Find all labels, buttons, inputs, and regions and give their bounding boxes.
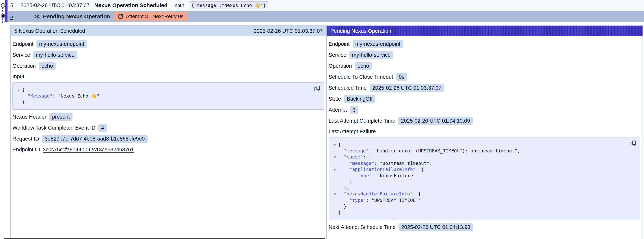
json-key: "applicationFailureInfo"	[350, 167, 416, 172]
json-line: ∨{	[16, 86, 320, 93]
horizontal-scrollbar-thumb[interactable]	[4, 238, 325, 239]
field-value-chip: my-hello-service	[33, 51, 77, 59]
field-service: Service my-hello-service	[12, 51, 324, 59]
field-label: Operation	[12, 63, 36, 69]
field-value-chip: present	[49, 113, 72, 121]
event-id-link[interactable]: 5	[10, 14, 18, 20]
json-line: }	[16, 99, 320, 105]
json-line: }	[332, 203, 636, 209]
json-line: "message": "handler error (UPSTREAM_TIME…	[332, 148, 636, 154]
field-label: Request ID	[12, 136, 39, 142]
field-label: Workflow Task Completed Event ID	[12, 125, 95, 131]
json-key: "nexusHandlerFailureInfo"	[344, 191, 412, 196]
collapse-chevron-icon[interactable]: ∨	[332, 154, 338, 160]
field-service: Service my-hello-service	[328, 51, 640, 59]
field-value-chip: 2025-02-26 UTC 01:04:13.93	[398, 223, 473, 231]
field-value-chip: 2025-02-26 UTC 01:03:37.07	[370, 84, 444, 92]
field-endpoint-id: Endpoint ID 3c0c75ccfa8144b092c13ce63246…	[12, 146, 324, 153]
copy-icon	[314, 85, 320, 92]
input-section-label: Input	[12, 74, 324, 80]
panel-title: Pending Nexus Operation	[330, 28, 391, 34]
event-title: Nexus Operation Scheduled	[94, 2, 168, 8]
json-key: "cause"	[344, 154, 363, 160]
copy-button[interactable]	[630, 140, 637, 147]
field-label: Endpoint	[328, 41, 350, 47]
event-row-scheduled[interactable]: 5 2025-02-26 UTC 01:03:37.07 Nexus Opera…	[8, 0, 644, 10]
panel-timestamp: 2025-02-26 UTC 01:03:37.07	[254, 28, 323, 34]
input-json-viewer: ∨{"Message": "Nexus Echo 👋"}	[12, 82, 324, 110]
json-line: "Message": "Nexus Echo 👋"	[16, 93, 320, 99]
json-text: {	[338, 142, 341, 147]
event-title: Pending Nexus Operation	[43, 13, 110, 20]
panel-scheduled-header: 5 Nexus Operation Scheduled 2025-02-26 U…	[10, 26, 326, 36]
json-line: ∨{	[332, 142, 636, 148]
retry-badge-label: Attempt 3 · Next Retry 0s	[126, 14, 184, 20]
field-wft-completed-event-id: Workflow Task Completed Event ID 4	[12, 124, 324, 132]
failure-section-label: Last Attempt Failure	[328, 128, 640, 134]
json-line: ∨"nexusHandlerFailureInfo": {	[332, 191, 636, 197]
collapse-chevron-icon[interactable]: ∨	[332, 191, 338, 197]
field-endpoint: Endpoint my-nexus-endpoint	[328, 40, 640, 48]
event-input-chip[interactable]: {"Message":"Nexus Echo 👋"}	[189, 2, 268, 9]
panel-scheduled: 5 Nexus Operation Scheduled 2025-02-26 U…	[10, 26, 326, 239]
json-text: },	[344, 185, 349, 190]
json-text: : {	[412, 191, 421, 196]
json-text: : "Nexus Echo 👋"	[52, 93, 100, 99]
collapse-chevron-icon[interactable]: ∨	[332, 142, 338, 148]
field-label: State	[328, 96, 341, 102]
field-value-chip: echo	[39, 62, 56, 70]
field-operation: Operation echo	[12, 62, 324, 70]
panel-title: 5 Nexus Operation Scheduled	[14, 28, 85, 34]
timeline-active-bar	[5, 0, 8, 22]
field-label: Scheduled Time	[328, 85, 367, 91]
event-time: 2025-02-26 UTC 01:03:37.07	[20, 2, 94, 8]
json-line: ∨"cause": {	[332, 154, 636, 160]
field-value-chip: 3e829b7e-7d67-4b08-aad3-b1e868bfe9e0	[42, 135, 148, 143]
endpoint-id-link[interactable]: 3c0c75ccfa8144b092c13ce632463761	[43, 146, 134, 152]
field-state: State BackingOff	[328, 95, 640, 103]
state-badge: BackingOff	[344, 95, 375, 103]
event-id-link[interactable]: 5	[10, 2, 18, 8]
field-label: Endpoint ID	[12, 146, 40, 152]
field-next-attempt-schedule-time: Next Attempt Schedule Time 2025-02-26 UT…	[328, 223, 640, 231]
field-label: Operation	[328, 63, 352, 69]
json-text: : "UPSTREAM_TIMEOUT"	[366, 198, 421, 203]
field-label: Endpoint	[12, 41, 34, 47]
event-history-detail: 5 2025-02-26 UTC 01:03:37.07 Nexus Opera…	[0, 0, 644, 239]
json-line: "type": "NexusFailure"	[332, 173, 636, 179]
json-key: "Message"	[28, 93, 52, 99]
timeline-current-dot-icon	[1, 14, 5, 18]
json-line: }	[332, 209, 636, 216]
field-value-chip: 0s	[396, 73, 407, 81]
field-value-chip: 4	[98, 124, 107, 132]
field-label: Service	[328, 52, 346, 58]
panel-pending: Pending Nexus Operation Endpoint my-nexu…	[326, 26, 642, 239]
json-line: }	[332, 179, 636, 185]
field-operation: Operation echo	[328, 62, 640, 70]
json-text: {	[22, 87, 25, 92]
json-key: "message"	[344, 148, 368, 154]
json-key: "message"	[350, 161, 374, 166]
json-text: }	[338, 210, 341, 215]
field-attempt: Attempt 3	[328, 106, 640, 114]
field-last-attempt-complete-time: Last Attempt Complete Time 2025-02-26 UT…	[328, 117, 640, 125]
collapse-chevron-icon[interactable]: ∨	[16, 87, 22, 93]
json-key: "type"	[355, 173, 372, 178]
field-scheduled-time: Scheduled Time 2025-02-26 UTC 01:03:37.0…	[328, 84, 640, 92]
json-text: }	[344, 204, 346, 209]
panel-pending-header: Pending Nexus Operation	[327, 26, 642, 36]
copy-icon	[630, 140, 637, 147]
retry-badge: Attempt 3 · Next Retry 0s	[114, 12, 187, 21]
collapse-chevron-icon[interactable]: ∨	[332, 167, 338, 173]
field-schedule-to-close-timeout: Schedule To Close Timeout 0s	[328, 73, 640, 81]
timeline-open-circle-icon	[1, 3, 5, 8]
pending-asterisk-icon	[34, 13, 40, 20]
field-value-chip: echo	[355, 62, 372, 70]
event-row-pending[interactable]: 5 Pending Nexus Operation Attempt 3 · Ne…	[8, 11, 644, 22]
json-text: }	[22, 99, 25, 105]
retry-icon	[118, 14, 124, 20]
json-line: "message": "upstream timeout",	[332, 160, 636, 166]
copy-button[interactable]	[314, 85, 320, 92]
field-endpoint: Endpoint my-nexus-endpoint	[12, 40, 324, 48]
failure-json-viewer: ∨{"message": "handler error (UPSTREAM_TI…	[328, 137, 640, 220]
